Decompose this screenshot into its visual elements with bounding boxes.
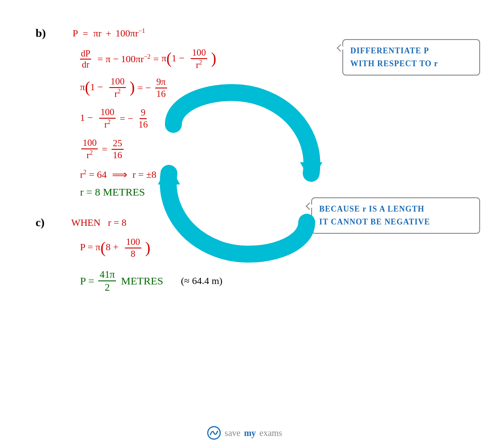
main-content: b) P = πr + 100πr−1 dP dr = π − 100πr−2 …: [36, 18, 338, 297]
save-my-exams-logo-icon: [207, 426, 221, 440]
part-b-label: b) P = πr + 100πr−1: [36, 27, 338, 40]
differentiate-note-box: DIFFERENTIATE P WITH RESPECT TO r: [342, 39, 480, 76]
section-b: b) P = πr + 100πr−1 dP dr = π − 100πr−2 …: [36, 27, 338, 198]
part-b-line6: r2 = 64 ⟹ r = ±8: [80, 168, 338, 181]
part-c-line1: WHEN r = 8: [71, 217, 126, 228]
note-box-2-line1: BECAUSE r IS A LENGTH: [319, 203, 472, 216]
part-b-line7: r = 8 METRES: [80, 186, 338, 198]
part-b-line1: P = πr + 100πr−1: [72, 27, 145, 39]
part-b-line3: π(1 − 100 r2 ) = − 9π 16: [80, 76, 338, 100]
footer-my-text: my: [244, 428, 256, 438]
footer-save-text: save: [224, 428, 240, 438]
note-box-1-line2: WITH RESPECT TO r: [350, 57, 472, 70]
part-c-line2: P = π(8 + 100 8 ): [80, 236, 338, 260]
note-box-1-line1: DIFFERENTIATE P: [350, 44, 472, 57]
part-c-label-row: c) WHEN r = 8: [36, 216, 338, 229]
footer-exams-text: exams: [260, 428, 282, 438]
part-b-line5: 100 r2 = 25 16: [80, 137, 338, 161]
part-b-line4: 1 − 100 r2 = − 9 16: [80, 107, 338, 130]
section-c: c) WHEN r = 8 P = π(8 + 100 8 ) P = 41π …: [36, 216, 338, 294]
part-c-line3: P = 41π 2 METRES (≈ 64.4 m): [80, 268, 338, 294]
dp-dr-fraction: dP dr: [80, 48, 91, 70]
part-b-label-text: b): [36, 27, 46, 40]
part-c-label-text: c): [36, 216, 44, 229]
footer: save my exams: [207, 426, 282, 440]
part-b-line2: dP dr = π − 100πr−2 = π(1 − 100 r2 ): [80, 47, 338, 71]
note-box-2-line2: IT CANNOT BE NEGATIVE: [319, 216, 472, 228]
